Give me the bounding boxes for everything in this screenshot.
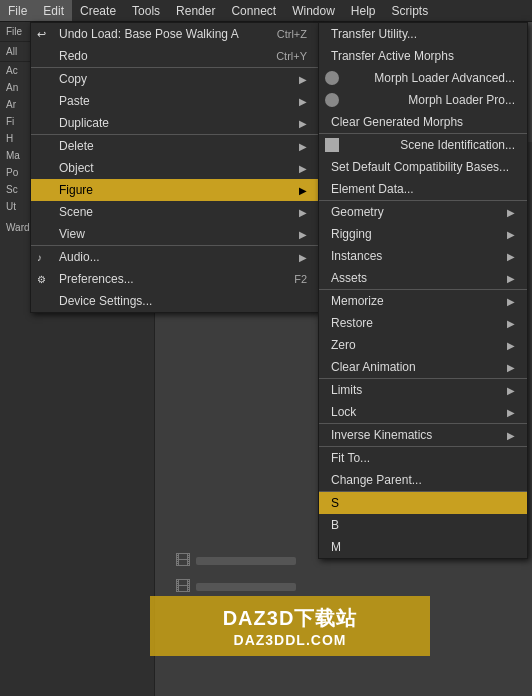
- menu-item-delete[interactable]: Delete ▶: [31, 135, 319, 157]
- figure-label: Figure: [59, 183, 93, 197]
- memorize-arrow-icon: ▶: [507, 296, 515, 307]
- audio-label: Audio...: [59, 250, 100, 264]
- morph-loader-pro-icon: [325, 93, 339, 107]
- rigging-arrow-icon: ▶: [507, 229, 515, 240]
- submenu-change-parent[interactable]: Change Parent...: [319, 469, 527, 492]
- edit-dropdown-menu: ↩ Undo Load: Base Pose Walking A Ctrl+Z …: [30, 22, 320, 313]
- preferences-label: Preferences...: [59, 272, 134, 286]
- watermark: DAZ3D下载站 DAZ3DDL.COM: [150, 596, 430, 656]
- menubar: File Edit Create Tools Render Connect Wi…: [0, 0, 532, 22]
- menu-item-audio[interactable]: ♪ Audio... ▶: [31, 246, 319, 268]
- filmstrip-area: 🎞 🎞: [175, 552, 296, 596]
- submenu-element-data[interactable]: Element Data...: [319, 178, 527, 201]
- submenu-transfer-utility[interactable]: Transfer Utility...: [319, 23, 527, 45]
- scene-arrow-icon: ▶: [299, 207, 307, 218]
- limits-label: Limits: [331, 383, 362, 397]
- figure-arrow-icon: ▶: [299, 185, 307, 196]
- assets-arrow-icon: ▶: [507, 273, 515, 284]
- audio-icon: ♪: [37, 252, 42, 263]
- watermark-line2: DAZ3DDL.COM: [234, 632, 347, 648]
- zero-label: Zero: [331, 338, 356, 352]
- submenu-clear-generated-morphs[interactable]: Clear Generated Morphs: [319, 111, 527, 134]
- device-settings-label: Device Settings...: [59, 294, 152, 308]
- submenu-instances[interactable]: Instances ▶: [319, 245, 527, 267]
- filmstrip-icon-1: 🎞: [175, 552, 191, 570]
- element-data-label: Element Data...: [331, 182, 414, 196]
- menubar-item-scripts[interactable]: Scripts: [384, 0, 437, 21]
- duplicate-label: Duplicate: [59, 116, 109, 130]
- inverse-kinematics-label: Inverse Kinematics: [331, 428, 432, 442]
- submenu-fit-to[interactable]: Fit To...: [319, 447, 527, 469]
- submenu-clear-animation[interactable]: Clear Animation ▶: [319, 356, 527, 379]
- delete-arrow-icon: ▶: [299, 141, 307, 152]
- submenu-b-item[interactable]: B: [319, 514, 527, 536]
- menu-item-undo[interactable]: ↩ Undo Load: Base Pose Walking A Ctrl+Z: [31, 23, 319, 45]
- menu-item-redo[interactable]: Redo Ctrl+Y: [31, 45, 319, 68]
- redo-label: Redo: [59, 49, 88, 63]
- restore-arrow-icon: ▶: [507, 318, 515, 329]
- submenu-limits[interactable]: Limits ▶: [319, 379, 527, 401]
- submenu-morph-loader-pro[interactable]: Morph Loader Pro...: [319, 89, 527, 111]
- menu-item-paste[interactable]: Paste ▶: [31, 90, 319, 112]
- submenu-rigging[interactable]: Rigging ▶: [319, 223, 527, 245]
- figure-submenu: Transfer Utility... Transfer Active Morp…: [318, 22, 528, 559]
- submenu-restore[interactable]: Restore ▶: [319, 312, 527, 334]
- lock-arrow-icon: ▶: [507, 407, 515, 418]
- menubar-item-window[interactable]: Window: [284, 0, 343, 21]
- clear-generated-morphs-label: Clear Generated Morphs: [331, 115, 463, 129]
- submenu-memorize[interactable]: Memorize ▶: [319, 290, 527, 312]
- geometry-arrow-icon: ▶: [507, 207, 515, 218]
- object-arrow-icon: ▶: [299, 163, 307, 174]
- submenu-lock[interactable]: Lock ▶: [319, 401, 527, 424]
- view-arrow-icon: ▶: [299, 229, 307, 240]
- scene-label: Scene: [59, 205, 93, 219]
- submenu-inverse-kinematics[interactable]: Inverse Kinematics ▶: [319, 424, 527, 447]
- morph-loader-advanced-icon: [325, 71, 339, 85]
- submenu-transfer-active-morphs[interactable]: Transfer Active Morphs: [319, 45, 527, 67]
- morph-loader-pro-label: Morph Loader Pro...: [408, 93, 515, 107]
- menubar-item-help[interactable]: Help: [343, 0, 384, 21]
- undo-shortcut: Ctrl+Z: [277, 28, 307, 40]
- rigging-label: Rigging: [331, 227, 372, 241]
- menubar-item-file[interactable]: File: [0, 0, 35, 21]
- submenu-morph-loader-advanced[interactable]: Morph Loader Advanced...: [319, 67, 527, 89]
- submenu-set-default-compat[interactable]: Set Default Compatibility Bases...: [319, 156, 527, 178]
- preferences-shortcut: F2: [294, 273, 307, 285]
- menu-item-object[interactable]: Object ▶: [31, 157, 319, 179]
- menu-item-scene[interactable]: Scene ▶: [31, 201, 319, 223]
- submenu-assets[interactable]: Assets ▶: [319, 267, 527, 290]
- duplicate-arrow-icon: ▶: [299, 118, 307, 129]
- menubar-item-render[interactable]: Render: [168, 0, 223, 21]
- s-item-label: S: [331, 496, 339, 510]
- restore-label: Restore: [331, 316, 373, 330]
- paste-label: Paste: [59, 94, 90, 108]
- scene-id-icon: [325, 138, 339, 152]
- menu-item-duplicate[interactable]: Duplicate ▶: [31, 112, 319, 135]
- menu-item-figure[interactable]: Figure ▶: [31, 179, 319, 201]
- zero-arrow-icon: ▶: [507, 340, 515, 351]
- menubar-item-create[interactable]: Create: [72, 0, 124, 21]
- submenu-geometry[interactable]: Geometry ▶: [319, 201, 527, 223]
- clear-animation-arrow-icon: ▶: [507, 362, 515, 373]
- submenu-m-item[interactable]: M: [319, 536, 527, 558]
- menubar-item-connect[interactable]: Connect: [223, 0, 284, 21]
- watermark-line1: DAZ3D下载站: [223, 605, 358, 632]
- menu-item-view[interactable]: View ▶: [31, 223, 319, 246]
- transfer-utility-label: Transfer Utility...: [331, 27, 417, 41]
- submenu-zero[interactable]: Zero ▶: [319, 334, 527, 356]
- undo-label: Undo Load: Base Pose Walking A: [59, 27, 239, 41]
- m-item-label: M: [331, 540, 341, 554]
- menu-item-device-settings[interactable]: Device Settings...: [31, 290, 319, 312]
- menubar-item-tools[interactable]: Tools: [124, 0, 168, 21]
- filmstrip-bar-2: [196, 583, 296, 591]
- menu-item-copy[interactable]: Copy ▶: [31, 68, 319, 90]
- menu-item-preferences[interactable]: ⚙ Preferences... F2: [31, 268, 319, 290]
- inverse-kinematics-arrow-icon: ▶: [507, 430, 515, 441]
- instances-arrow-icon: ▶: [507, 251, 515, 262]
- instances-label: Instances: [331, 249, 382, 263]
- menubar-item-edit[interactable]: Edit: [35, 0, 72, 21]
- copy-arrow-icon: ▶: [299, 74, 307, 85]
- b-item-label: B: [331, 518, 339, 532]
- submenu-scene-identification[interactable]: Scene Identification...: [319, 134, 527, 156]
- submenu-s-item[interactable]: S: [319, 492, 527, 514]
